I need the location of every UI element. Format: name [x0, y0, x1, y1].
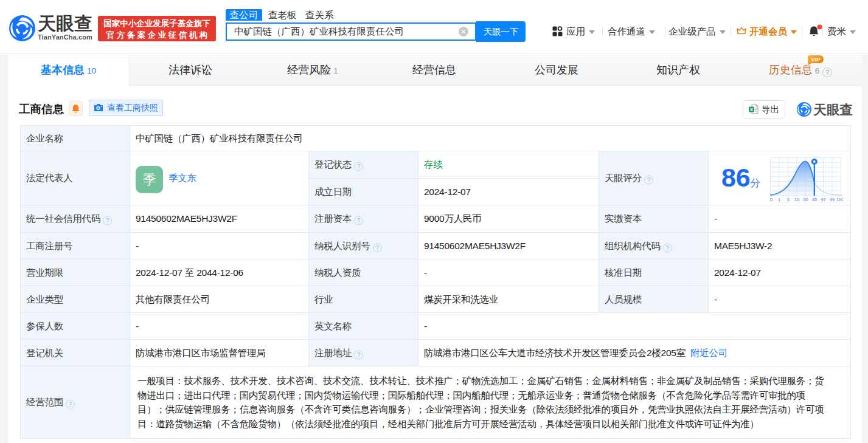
svg-text:50: 50: [804, 197, 808, 202]
svg-text:X: X: [750, 107, 753, 112]
svg-text:97: 97: [821, 197, 826, 202]
svg-text:天眼查: 天眼查: [813, 103, 853, 117]
svg-text:0: 0: [770, 197, 773, 202]
svg-text:1: 1: [778, 197, 780, 202]
svg-text:85: 85: [812, 197, 817, 202]
svg-text:3: 3: [787, 197, 790, 202]
svg-text:99: 99: [830, 197, 835, 202]
svg-text:15: 15: [794, 197, 799, 202]
svg-text:100: 100: [836, 197, 843, 202]
